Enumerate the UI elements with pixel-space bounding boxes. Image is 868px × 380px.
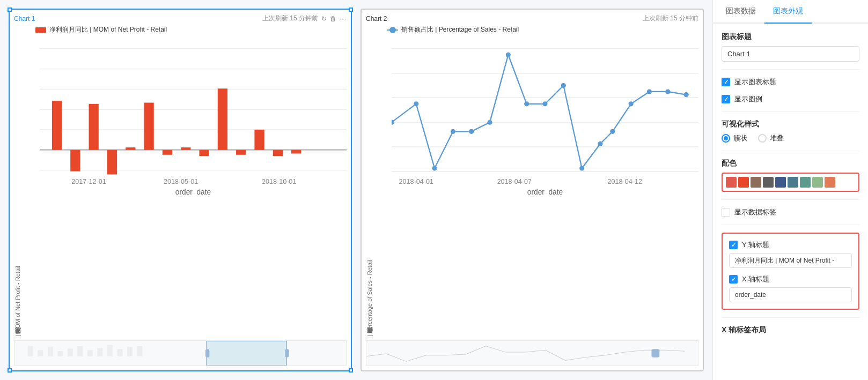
tab-chart-style[interactable]: 图表外观: [764, 0, 812, 24]
svg-rect-26: [254, 130, 264, 150]
swatch-3[interactable]: [763, 177, 774, 188]
swatch-4[interactable]: [775, 177, 786, 188]
legend-line-indicator: [387, 29, 398, 31]
swatch-1[interactable]: [738, 177, 749, 188]
radio-clustered-label: 簇状: [733, 133, 747, 143]
chart2-y-axis-container: 销售额占比 | Percentage of Sales - Retail: [366, 36, 392, 338]
swatch-7[interactable]: [812, 177, 823, 188]
x-axis-input[interactable]: [729, 287, 852, 302]
chart2-title: Chart 2: [366, 15, 387, 23]
resize-handle-bl[interactable]: [8, 368, 12, 372]
svg-rect-21: [163, 150, 172, 155]
swatch-8[interactable]: [825, 177, 835, 188]
more-icon[interactable]: ···: [340, 15, 347, 23]
svg-point-66: [506, 53, 511, 57]
svg-rect-37: [68, 348, 73, 356]
chart2-y-label: 销售额占比 | Percentage of Sales - Retail: [366, 36, 374, 338]
swatch-6[interactable]: [800, 177, 811, 188]
divider-1: [722, 69, 859, 70]
chart1-title: Chart 1: [14, 15, 35, 23]
divider-3: [722, 151, 859, 151]
y-axis-input[interactable]: [729, 253, 852, 268]
svg-rect-36: [57, 351, 63, 356]
svg-rect-41: [107, 345, 113, 356]
svg-point-68: [542, 101, 547, 106]
svg-text:2018-10-01: 2018-10-01: [262, 178, 296, 185]
chart2-legend: 销售额占比 | Percentage of Sales - Retail: [366, 25, 698, 34]
panel-tabs: 图表数据 图表外观: [713, 0, 868, 24]
radio-stacked-circle: [758, 134, 767, 143]
svg-rect-23: [199, 150, 209, 156]
chart1-legend: 净利润月同比 | MOM of Net Profit - Retail: [14, 25, 347, 34]
chart2-svg: 0.0015 0.0012 0.0009 0.0006 0.0003 0: [392, 36, 698, 196]
resize-handle-tl[interactable]: [8, 8, 12, 12]
x-axis-layout-section: X 轴标签布局: [722, 325, 859, 339]
delete-icon[interactable]: 🗑: [330, 15, 336, 23]
chart2-header: Chart 2 上次刷新 15 分钟前: [366, 14, 698, 23]
swatch-5[interactable]: [788, 177, 798, 188]
chart-title-input[interactable]: [722, 46, 859, 62]
chart1-panel: Chart 1 上次刷新 15 分钟前 ↻ 🗑 ··· 净利润月同比 | MOM…: [9, 9, 352, 371]
refresh-icon[interactable]: ↻: [321, 15, 327, 23]
show-data-labels-checkbox[interactable]: [722, 208, 730, 217]
swatch-0[interactable]: [726, 177, 737, 188]
svg-rect-18: [107, 150, 117, 175]
viz-style-radio-group: 簇状 堆叠: [722, 133, 859, 143]
radio-clustered[interactable]: 簇状: [722, 133, 747, 143]
svg-rect-16: [70, 150, 80, 172]
x-axis-checkbox[interactable]: [729, 275, 738, 284]
svg-text:order_date: order_date: [527, 188, 563, 196]
radio-stacked[interactable]: 堆叠: [758, 133, 784, 143]
chart2-minimap[interactable]: [366, 340, 698, 366]
svg-rect-28: [291, 150, 301, 154]
swatch-2[interactable]: [751, 177, 761, 188]
svg-point-72: [610, 129, 615, 134]
svg-point-65: [487, 120, 492, 125]
chart1-y-axis-container: 净利润月同比 | MOM of Net Profit - Retail: [14, 36, 40, 338]
chart2-legend-label: 销售额占比 | Percentage of Sales - Retail: [401, 25, 519, 34]
chart2-panel: Chart 2 上次刷新 15 分钟前 销售额占比 | Percentage o…: [361, 9, 704, 371]
svg-rect-38: [77, 346, 83, 356]
svg-point-74: [647, 89, 652, 94]
svg-point-70: [579, 166, 584, 170]
svg-rect-22: [181, 147, 190, 150]
chart2-refresh-text: 上次刷新 15 分钟前: [643, 14, 698, 23]
svg-point-69: [561, 83, 566, 88]
chart1-header: Chart 1 上次刷新 15 分钟前 ↻ 🗑 ···: [14, 14, 347, 23]
chart1-y-label: 净利润月同比 | MOM of Net Profit - Retail: [14, 36, 22, 338]
show-legend-checkbox[interactable]: [722, 95, 730, 103]
chart1-minimap[interactable]: [14, 340, 347, 366]
resize-handle-tr[interactable]: [349, 8, 353, 12]
show-title-checkbox[interactable]: [722, 78, 730, 86]
divider-6: [722, 317, 859, 318]
chart1-svg: 1.5 1.2 0.9 0.6 0.3 0 -0.3: [40, 36, 347, 196]
radio-clustered-circle: [722, 134, 730, 143]
color-swatches: [726, 177, 855, 188]
chart2-minimap-svg: [366, 341, 698, 366]
svg-text:2018-04-12: 2018-04-12: [608, 178, 642, 185]
tab-chart-data[interactable]: 图表数据: [717, 0, 764, 24]
svg-rect-45: [207, 341, 286, 366]
svg-rect-17: [89, 104, 99, 150]
svg-point-76: [684, 92, 689, 97]
svg-rect-43: [127, 347, 133, 356]
show-title-row: 显示图表标题: [722, 77, 859, 87]
svg-rect-33: [28, 346, 33, 356]
chart1-area: 1.5 1.2 0.9 0.6 0.3 0 -0.3: [40, 36, 347, 338]
svg-text:2018-04-07: 2018-04-07: [497, 178, 532, 185]
svg-text:2018-05-01: 2018-05-01: [164, 178, 198, 185]
divider-2: [722, 111, 859, 112]
chart1-refresh-text: 上次刷新 15 分钟前: [262, 14, 318, 23]
y-axis-checkbox[interactable]: [729, 241, 738, 249]
svg-rect-40: [98, 348, 103, 356]
svg-point-71: [598, 141, 602, 146]
x-axis-section: X 轴标题: [729, 274, 852, 302]
svg-rect-24: [218, 88, 227, 150]
divider-5: [722, 225, 859, 225]
svg-point-63: [451, 129, 455, 134]
color-label: 配色: [722, 159, 859, 168]
color-picker-row[interactable]: [722, 173, 859, 192]
show-legend-row: 显示图例: [722, 94, 859, 104]
chart2-area: 0.0015 0.0012 0.0009 0.0006 0.0003 0: [392, 36, 698, 338]
resize-handle-br[interactable]: [349, 368, 353, 372]
